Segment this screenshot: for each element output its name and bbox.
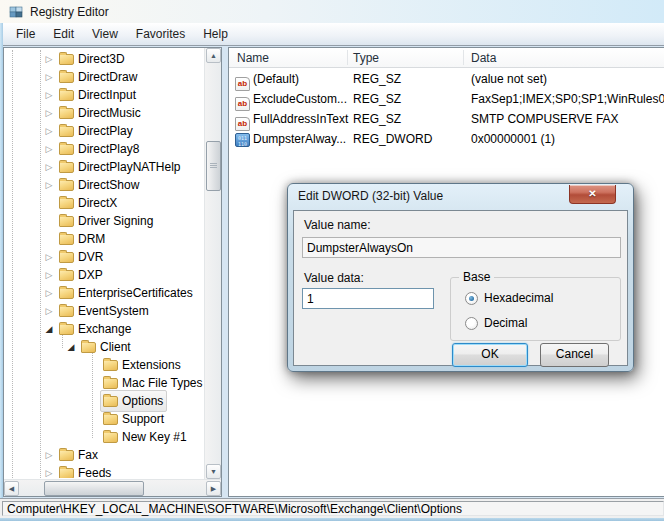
ok-button[interactable]: OK	[452, 343, 528, 367]
dialog-title: Edit DWORD (32-bit) Value	[298, 189, 443, 203]
tree-item-label: New Key #1	[122, 428, 187, 446]
base-groupbox: Base HexadecimalDecimal	[450, 277, 621, 341]
title-bar: Registry Editor	[0, 0, 664, 23]
folder-icon	[59, 54, 74, 65]
value-icon-cell: 011110	[235, 132, 250, 152]
folder-icon	[59, 234, 74, 245]
column-header-name[interactable]: Name	[237, 48, 269, 68]
radio-hexadecimal-icon[interactable]	[465, 292, 478, 305]
scroll-up-button[interactable]: ▲	[206, 48, 221, 63]
tree-item-new-key-1[interactable]: New Key #1	[4, 428, 203, 446]
tree-rows: ▷Direct3D▷DirectDraw▷DirectInput▷DirectM…	[4, 50, 203, 478]
value-name: FullAddressInText	[253, 109, 348, 129]
folder-icon	[59, 324, 74, 335]
value-name: DumpsterAlway...	[253, 129, 346, 149]
folder-icon	[59, 144, 74, 155]
tree-collapsed-icon[interactable]: ▷	[42, 158, 56, 176]
registry-tree-panel: ▷Direct3D▷DirectDraw▷DirectInput▷DirectM…	[3, 47, 222, 497]
tree-collapsed-icon[interactable]: ▷	[42, 302, 56, 320]
status-bar: Computer\HKEY_LOCAL_MACHINE\SOFTWARE\Mic…	[0, 498, 664, 518]
tree-item-body: Feeds	[56, 462, 115, 478]
value-data-input[interactable]	[302, 288, 434, 309]
menu-view[interactable]: View	[83, 24, 127, 44]
tree-collapsed-icon[interactable]: ▷	[42, 122, 56, 140]
value-data: FaxSep1;IMEX;SP0;SP1;WinRules0	[471, 89, 664, 109]
close-icon: ✕	[588, 188, 596, 199]
tree-collapsed-icon[interactable]: ▷	[42, 86, 56, 104]
tree-collapsed-icon[interactable]: ▷	[42, 464, 56, 478]
tree-collapsed-icon[interactable]: ▷	[42, 104, 56, 122]
value-row-fulladdressintext[interactable]: abFullAddressInTextREG_SZSMTP COMPUSERVE…	[229, 109, 664, 129]
tree-expanded-icon[interactable]: ◢	[42, 320, 56, 338]
tree-collapsed-icon[interactable]: ▷	[42, 140, 56, 158]
folder-icon	[59, 468, 74, 479]
value-type: REG_SZ	[353, 109, 401, 129]
folder-icon	[103, 360, 118, 371]
value-row-default[interactable]: ab(Default)REG_SZ(value not set)	[229, 69, 664, 89]
radio-option-hexadecimal[interactable]: Hexadecimal	[465, 291, 553, 305]
folder-icon	[59, 72, 74, 83]
folder-icon	[59, 90, 74, 101]
scroll-right-button[interactable]: ▶	[206, 481, 221, 496]
tree-hscroll-thumb[interactable]	[44, 481, 144, 496]
folder-icon	[59, 306, 74, 317]
value-type: REG_SZ	[353, 89, 401, 109]
tree-collapsed-icon[interactable]: ▷	[42, 266, 56, 284]
value-data: SMTP COMPUSERVE FAX	[471, 109, 619, 129]
list-header: NameTypeData	[229, 48, 664, 68]
value-row-excludecustom[interactable]: abExcludeCustom...REG_SZFaxSep1;IMEX;SP0…	[229, 89, 664, 109]
tree-collapsed-icon[interactable]: ▷	[42, 284, 56, 302]
tree-horizontal-scrollbar[interactable]: ◀ ▶	[4, 479, 221, 496]
window-title: Registry Editor	[30, 5, 109, 19]
radio-decimal-icon[interactable]	[465, 317, 478, 330]
folder-icon	[103, 432, 118, 443]
column-header-data[interactable]: Data	[471, 48, 496, 68]
menu-help[interactable]: Help	[194, 24, 237, 44]
status-path: Computer\HKEY_LOCAL_MACHINE\SOFTWARE\Mic…	[2, 501, 664, 516]
radio-label: Decimal	[484, 316, 527, 330]
menu-favorites[interactable]: Favorites	[127, 24, 194, 44]
tree-collapsed-icon[interactable]: ▷	[42, 68, 56, 86]
cancel-button[interactable]: Cancel	[540, 343, 609, 367]
tree-collapsed-icon[interactable]: ▷	[42, 248, 56, 266]
menu-bar: FileEditViewFavoritesHelp	[3, 23, 664, 46]
radio-option-decimal[interactable]: Decimal	[465, 316, 527, 330]
tree-vertical-scrollbar[interactable]: ▲ ▼	[204, 48, 221, 479]
tree-collapsed-icon[interactable]: ▷	[42, 176, 56, 194]
tree-item-feeds[interactable]: ▷Feeds	[4, 464, 203, 478]
dialog-close-button[interactable]: ✕	[569, 185, 616, 204]
folder-icon	[103, 378, 118, 389]
value-type: REG_SZ	[353, 69, 401, 89]
value-name: ExcludeCustom...	[253, 89, 347, 109]
column-separator[interactable]	[347, 50, 348, 65]
value-name: (Default)	[253, 69, 299, 89]
scroll-down-button[interactable]: ▼	[206, 464, 221, 479]
radio-label: Hexadecimal	[484, 291, 553, 305]
value-row-dumpsteralway[interactable]: 011110DumpsterAlway...REG_DWORD0x0000000…	[229, 129, 664, 149]
tree-item-label: Feeds	[78, 464, 111, 478]
scroll-left-button[interactable]: ◀	[4, 481, 19, 496]
column-header-type[interactable]: Type	[353, 48, 379, 68]
column-separator[interactable]	[463, 50, 464, 65]
tree-collapsed-icon[interactable]: ▷	[42, 446, 56, 464]
tree-collapsed-icon[interactable]: ▷	[42, 50, 56, 68]
base-group-label: Base	[459, 270, 494, 284]
folder-icon	[59, 108, 74, 119]
folder-icon	[59, 270, 74, 281]
tree-expanded-icon[interactable]: ◢	[64, 338, 78, 356]
folder-icon	[103, 396, 118, 407]
value-type: REG_DWORD	[353, 129, 432, 149]
folder-icon	[59, 180, 74, 191]
tree-item-body: New Key #1	[100, 426, 191, 448]
value-data-label: Value data:	[304, 271, 364, 285]
folder-icon	[59, 126, 74, 137]
menu-file[interactable]: File	[7, 24, 44, 44]
edit-dword-dialog: Edit DWORD (32-bit) Value ✕ Value name: …	[287, 183, 634, 372]
registry-editor-icon	[8, 4, 24, 20]
menu-edit[interactable]: Edit	[44, 24, 83, 44]
folder-icon	[81, 342, 96, 353]
folder-icon	[59, 216, 74, 227]
value-name-input[interactable]	[302, 237, 621, 258]
value-data: (value not set)	[471, 69, 547, 89]
tree-vscroll-thumb[interactable]	[206, 141, 221, 191]
